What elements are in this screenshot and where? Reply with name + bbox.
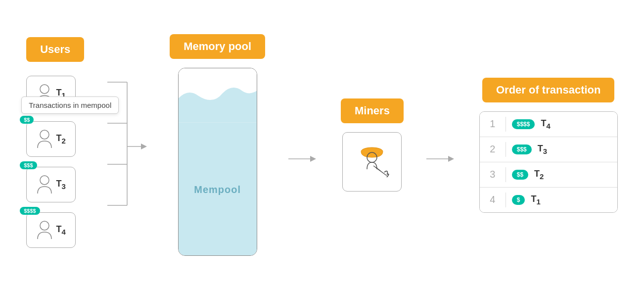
order-rows: 1 $$$$ T4 2 $$$ T3 3 $$ T2 4 [479, 111, 618, 213]
order-tx-3: T2 [534, 169, 544, 181]
order-fee-4: $ [512, 195, 525, 205]
user-icon-t2 [37, 129, 52, 149]
wave-svg [179, 69, 257, 123]
order-divider-3 [506, 167, 506, 182]
tooltip: Transactions in mempool [21, 97, 119, 114]
miners-section: Miners [341, 98, 404, 192]
mempool-body: Mempool [179, 123, 257, 256]
order-tx-2: T3 [538, 144, 547, 155]
order-num-4: 4 [486, 194, 500, 205]
order-section: Order of transaction 1 $$$$ T4 2 $$$ T3 … [479, 78, 618, 213]
mempool-to-miner-arrow [288, 154, 318, 166]
user-icon-t3 [37, 175, 52, 194]
order-row-2: 2 $$$ T3 [480, 137, 617, 162]
connector-svg [107, 65, 147, 253]
order-label: Order of transaction [482, 78, 614, 102]
fee-badge-t2: $$ [20, 116, 34, 124]
person-icon-t4 [37, 220, 52, 240]
main-container: Users Transactions in mempool T1 $$ [0, 0, 644, 290]
svg-marker-10 [141, 144, 147, 149]
order-row-1: 1 $$$$ T4 [480, 112, 617, 137]
users-label: Users [26, 37, 84, 62]
order-tx-4: T1 [531, 194, 540, 206]
svg-marker-12 [310, 156, 316, 162]
tx-label-t2: T2 [56, 133, 66, 145]
miner-box [342, 132, 402, 192]
mempool-text: Mempool [194, 184, 241, 195]
user-card-t3: $$$ T3 [26, 167, 76, 202]
order-fee-1: $$$$ [512, 119, 535, 129]
tx-label-t3: T3 [56, 179, 66, 191]
user-card-t4: $$$$ T4 [26, 212, 76, 248]
order-num-3: 3 [486, 169, 500, 180]
mempool-container: Mempool [178, 68, 257, 256]
users-section: Users Transactions in mempool T1 $$ [26, 37, 84, 253]
order-num-1: 1 [486, 118, 500, 130]
tx-label-t4: T4 [56, 224, 66, 236]
user-row-t3: $$$ T3 [26, 167, 76, 202]
svg-point-0 [40, 85, 49, 94]
arrow-svg-2 [426, 154, 456, 164]
order-tx-1: T4 [541, 118, 550, 130]
person-icon-t3 [37, 175, 52, 194]
user-card-t2: $$ T2 [26, 121, 76, 157]
mempool-top [179, 68, 257, 123]
svg-point-1 [40, 130, 49, 139]
order-divider-1 [506, 117, 506, 132]
miner-figure-svg [350, 139, 394, 183]
miner-to-order-arrow [426, 154, 456, 166]
mempool-section: Memory pool Mempool [170, 34, 265, 256]
mempool-label: Memory pool [170, 34, 265, 59]
miners-label: Miners [341, 98, 404, 123]
miner-icon [350, 139, 394, 185]
person-icon-t2 [37, 129, 52, 149]
user-icon-t4 [37, 220, 52, 240]
svg-marker-18 [448, 156, 454, 162]
order-num-2: 2 [486, 144, 500, 155]
arrow-svg-1 [288, 154, 318, 164]
order-row-4: 4 $ T1 [480, 188, 617, 212]
fee-badge-t4: $$$$ [20, 207, 40, 215]
order-fee-3: $$ [512, 170, 528, 180]
svg-point-3 [40, 221, 49, 230]
order-divider-4 [506, 193, 506, 207]
svg-point-2 [40, 176, 49, 185]
order-row-3: 3 $$ T2 [480, 162, 617, 188]
fee-badge-t3: $$$ [20, 161, 37, 169]
order-divider-2 [506, 142, 506, 157]
user-row-t2: $$ T2 [26, 121, 76, 157]
user-row-t4: $$$$ T4 [26, 212, 76, 248]
users-to-mempool-connector [107, 65, 147, 255]
order-fee-2: $$$ [512, 145, 532, 154]
